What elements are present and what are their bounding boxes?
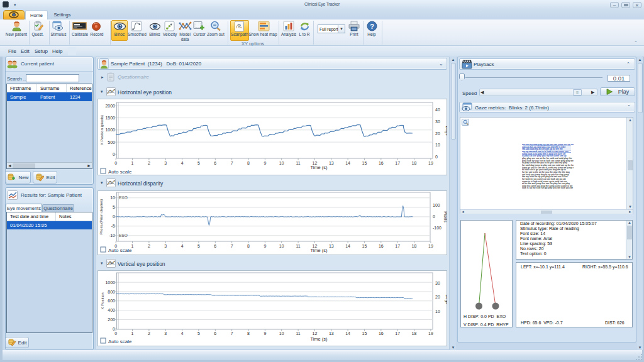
svg-text:13: 13	[329, 331, 334, 336]
svg-text:12: 12	[313, 331, 318, 336]
svg-text:2: 2	[148, 161, 150, 165]
svg-text:Pixels: Pixels	[443, 211, 447, 222]
svg-text:17: 17	[395, 331, 400, 336]
svg-text:3: 3	[164, 331, 167, 336]
svg-text:600: 600	[108, 299, 115, 303]
svg-text:400: 400	[108, 308, 115, 312]
svg-text:13: 13	[329, 244, 334, 248]
svg-text:11: 11	[296, 161, 300, 165]
svg-text:19: 19	[428, 331, 433, 336]
svg-text:0: 0	[113, 327, 115, 331]
svg-text:1000: 1000	[105, 280, 115, 285]
svg-text:5: 5	[197, 331, 200, 336]
svg-text:6: 6	[214, 244, 216, 248]
svg-text:Auto scale: Auto scale	[108, 169, 132, 175]
svg-text:18: 18	[412, 244, 417, 248]
svg-text:9: 9	[264, 331, 266, 336]
svg-text:X Position: X Position	[101, 292, 104, 309]
svg-text:40: 40	[435, 107, 440, 112]
svg-text:?: ?	[370, 23, 374, 30]
svg-text:4: 4	[181, 161, 184, 165]
svg-text:6: 6	[214, 331, 216, 336]
svg-text:0: 0	[113, 152, 115, 156]
svg-text:16: 16	[379, 244, 384, 248]
svg-text:4: 4	[181, 331, 184, 336]
svg-text:Auto scale: Auto scale	[108, 339, 132, 344]
svg-text:2: 2	[148, 244, 150, 248]
svg-text:0: 0	[114, 331, 117, 336]
svg-text:17: 17	[395, 161, 400, 165]
svg-text:10: 10	[435, 309, 440, 314]
svg-text:15: 15	[362, 161, 367, 165]
svg-text:H DISP: 0.0 PD EXO: H DISP: 0.0 PD EXO	[464, 314, 506, 319]
svg-text:200: 200	[108, 317, 115, 322]
svg-text:10: 10	[279, 244, 284, 248]
svg-text:14: 14	[345, 331, 350, 336]
svg-text:0: 0	[435, 155, 438, 159]
svg-text:Phoria (Prism dioptres): Phoria (Prism dioptres)	[99, 199, 103, 234]
svg-text:6: 6	[214, 161, 216, 165]
svg-text:8: 8	[247, 244, 250, 248]
svg-text:5: 5	[113, 205, 115, 209]
svg-text:X Position (pixels): X Position (pixels)	[100, 115, 104, 145]
svg-text:18: 18	[412, 331, 417, 336]
svg-text:10: 10	[279, 161, 284, 165]
svg-text:Degs: Degs	[445, 294, 448, 304]
svg-text:4: 4	[181, 244, 184, 248]
svg-text:30: 30	[435, 281, 440, 285]
svg-text:0: 0	[113, 214, 115, 219]
svg-text:0: 0	[114, 161, 117, 165]
svg-text:14: 14	[345, 161, 350, 165]
svg-text:7: 7	[231, 161, 233, 165]
svg-text:-10: -10	[109, 233, 115, 238]
svg-text:800: 800	[108, 290, 115, 294]
svg-text:1: 1	[131, 161, 134, 165]
svg-text:Time (s): Time (s)	[310, 248, 328, 253]
svg-text:15: 15	[362, 244, 367, 248]
svg-text:5: 5	[197, 161, 200, 165]
svg-text:2000: 2000	[105, 104, 115, 108]
svg-text:500: 500	[108, 140, 115, 145]
svg-text:Time (s): Time (s)	[310, 165, 328, 170]
svg-text:Degs: Degs	[445, 126, 448, 136]
svg-text:3: 3	[164, 244, 167, 248]
svg-text:0: 0	[433, 214, 435, 219]
svg-text:11: 11	[296, 244, 300, 248]
svg-text:16: 16	[379, 161, 384, 165]
svg-text:18: 18	[412, 161, 417, 165]
svg-text:100: 100	[433, 203, 440, 207]
svg-text:14: 14	[345, 244, 350, 248]
svg-text:Auto scale: Auto scale	[108, 248, 132, 253]
svg-text:1: 1	[131, 331, 134, 336]
svg-text:7: 7	[231, 331, 233, 336]
svg-text:13: 13	[329, 161, 334, 165]
svg-text:16: 16	[379, 331, 384, 336]
svg-text:8: 8	[247, 331, 250, 336]
svg-text:19: 19	[428, 161, 433, 165]
svg-text:10: 10	[279, 331, 284, 336]
svg-text:30: 30	[435, 119, 440, 124]
svg-text:11: 11	[296, 331, 300, 336]
svg-text:10: 10	[435, 143, 440, 147]
svg-text:EXO: EXO	[119, 195, 128, 200]
svg-text:20: 20	[435, 295, 440, 299]
svg-text:9: 9	[264, 161, 266, 165]
svg-text:17: 17	[395, 244, 400, 248]
svg-text:V DISP: 0.4 PD RHYP: V DISP: 0.4 PD RHYP	[464, 322, 509, 327]
svg-text:3: 3	[164, 161, 167, 165]
svg-text:5: 5	[197, 244, 200, 248]
svg-text:Time (s): Time (s)	[310, 336, 328, 342]
svg-text:-5: -5	[111, 224, 115, 228]
svg-text:1500: 1500	[105, 116, 115, 120]
svg-text:-100: -100	[433, 226, 441, 230]
svg-text:20: 20	[435, 131, 440, 136]
svg-text:2: 2	[148, 331, 150, 336]
svg-text:8: 8	[247, 161, 250, 165]
svg-text:19: 19	[428, 244, 433, 248]
svg-text:7: 7	[231, 244, 233, 248]
svg-text:10: 10	[110, 195, 115, 200]
svg-text:9: 9	[264, 244, 266, 248]
svg-text:ESO: ESO	[119, 233, 128, 238]
svg-text:1000: 1000	[105, 128, 115, 132]
svg-text:15: 15	[362, 331, 367, 336]
